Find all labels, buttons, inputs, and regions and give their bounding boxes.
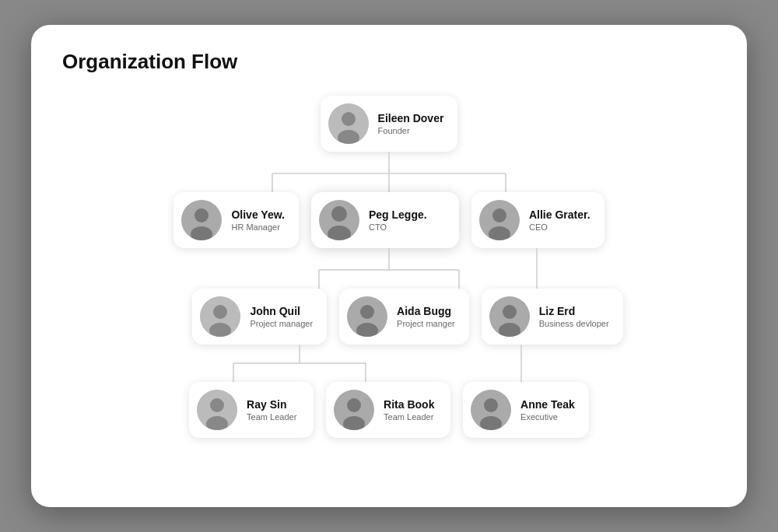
- node-ray-sin[interactable]: Ray Sin Team Leader: [189, 382, 314, 438]
- node-liz-erd[interactable]: Liz Erd Business devloper: [482, 289, 623, 345]
- node-name: Anne Teak: [520, 398, 575, 411]
- node-role: CTO: [369, 222, 427, 232]
- level-2: John Quil Project manager Aida Bugg Proj…: [62, 289, 716, 345]
- node-info-john-quil: John Quil Project manager: [250, 305, 313, 328]
- node-role: CEO: [529, 222, 591, 232]
- svg-point-37: [210, 398, 224, 412]
- node-name: Peg Legge.: [369, 208, 427, 221]
- node-name: Olive Yew.: [231, 208, 285, 221]
- connector-0-1: [62, 152, 716, 192]
- node-name: Liz Erd: [539, 305, 609, 317]
- connector-1-2: [62, 248, 716, 289]
- svg-point-9: [194, 208, 209, 222]
- node-info-ray-sin: Ray Sin Team Leader: [247, 398, 296, 422]
- node-name: Rita Book: [384, 398, 434, 411]
- node-role: HR Manager: [231, 222, 285, 232]
- avatar-aida-bugg: [347, 296, 387, 337]
- node-eileen-dover[interactable]: Eileen Dover Founder: [321, 96, 458, 152]
- svg-point-12: [331, 206, 347, 222]
- connector-2-3: [62, 345, 716, 382]
- node-name: Eileen Dover: [378, 112, 444, 124]
- connector-svg-1-2: [156, 248, 622, 289]
- svg-point-29: [503, 305, 517, 319]
- node-peg-legge[interactable]: Peg Legge. CTO: [311, 192, 459, 248]
- node-role: Project manger: [397, 319, 455, 328]
- svg-point-26: [360, 305, 374, 319]
- org-chart-card: Organization Flow Eileen Dover Founder: [31, 25, 747, 507]
- page-title: Organization Flow: [62, 50, 716, 74]
- avatar-rita-book: [334, 390, 374, 430]
- node-role: Founder: [378, 126, 444, 135]
- node-info-liz-erd: Liz Erd Business devloper: [539, 305, 609, 328]
- node-name: John Quil: [250, 305, 313, 317]
- node-info-anne-teak: Anne Teak Executive: [520, 398, 575, 422]
- avatar-peg-legge: [319, 200, 359, 240]
- node-olive-yew[interactable]: Olive Yew. HR Manager: [173, 192, 299, 248]
- node-info-peg-legge: Peg Legge. CTO: [369, 208, 427, 232]
- svg-point-43: [484, 398, 498, 412]
- node-allie-grater[interactable]: Allie Grater. CEO: [471, 192, 605, 248]
- avatar-liz-erd: [489, 296, 530, 337]
- node-role: Project manager: [250, 319, 313, 328]
- svg-point-15: [492, 208, 506, 222]
- node-john-quil[interactable]: John Quil Project manager: [192, 289, 327, 345]
- node-role: Executive: [520, 412, 575, 422]
- node-info-allie-grater: Allie Grater. CEO: [529, 208, 591, 232]
- node-info-rita-book: Rita Book Team Leader: [384, 398, 434, 422]
- org-chart: Eileen Dover Founder: [62, 96, 716, 438]
- node-info-olive-yew: Olive Yew. HR Manager: [231, 208, 285, 232]
- node-name: Aida Bugg: [397, 305, 455, 317]
- node-role: Business devloper: [539, 319, 609, 328]
- level-0: Eileen Dover Founder: [321, 96, 458, 152]
- node-role: Team Leader: [247, 412, 296, 422]
- connector-svg-0-1: [194, 152, 584, 192]
- svg-point-23: [213, 305, 227, 319]
- node-name: Ray Sin: [247, 398, 296, 411]
- avatar-anne-teak: [471, 390, 511, 430]
- node-aida-bugg[interactable]: Aida Bugg Project manger: [339, 289, 469, 345]
- level-1: Olive Yew. HR Manager Peg Legge. CTO: [173, 192, 604, 248]
- node-info-aida-bugg: Aida Bugg Project manger: [397, 305, 455, 328]
- node-rita-book[interactable]: Rita Book Team Leader: [326, 382, 450, 438]
- node-role: Team Leader: [384, 412, 434, 422]
- avatar-allie-grater: [479, 200, 520, 240]
- node-name: Allie Grater.: [529, 208, 591, 221]
- avatar-olive-yew: [181, 200, 222, 240]
- connector-svg-2-3: [148, 345, 630, 382]
- avatar-ray-sin: [197, 390, 237, 430]
- avatar-john-quil: [200, 296, 240, 337]
- node-info-eileen-dover: Eileen Dover Founder: [378, 112, 444, 135]
- avatar-eileen-dover: [328, 103, 369, 144]
- node-anne-teak[interactable]: Anne Teak Executive: [463, 382, 589, 438]
- svg-point-40: [347, 398, 361, 412]
- level-3: Ray Sin Team Leader Rita Book Team Leade…: [62, 382, 716, 438]
- svg-point-1: [342, 112, 356, 126]
